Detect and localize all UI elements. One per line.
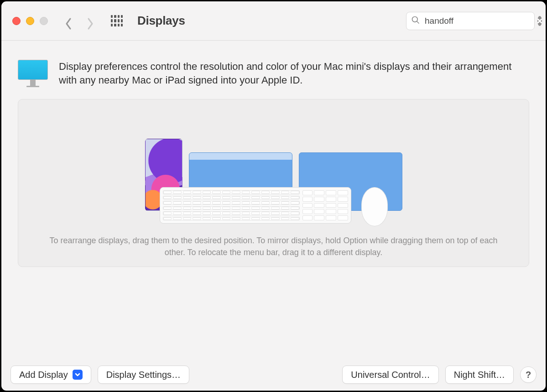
pane-title: Displays (137, 14, 185, 28)
display-arrangement-area: To rearrange displays, drag them to the … (18, 99, 529, 267)
forward-button[interactable] (86, 17, 94, 25)
svg-point-0 (412, 16, 418, 22)
minimize-window-button[interactable] (26, 17, 34, 25)
intro-row: Display preferences control the resoluti… (18, 60, 529, 87)
display-settings-button[interactable]: Display Settings… (98, 366, 189, 384)
bottom-button-row: Add Display Display Settings… Universal … (1, 359, 546, 391)
window-controls (12, 17, 48, 25)
search-input[interactable] (425, 16, 533, 26)
add-display-button[interactable]: Add Display (10, 366, 91, 384)
arrangement-hint-text: To rearrange displays, drag them to the … (18, 235, 529, 258)
intro-text: Display preferences control the resoluti… (59, 60, 515, 87)
search-icon (411, 16, 420, 26)
night-shift-label: Night Shift… (454, 370, 505, 380)
nav-buttons (64, 17, 94, 25)
night-shift-button[interactable]: Night Shift… (445, 366, 514, 384)
help-button[interactable]: ? (520, 366, 537, 383)
search-field[interactable] (406, 12, 535, 30)
display-settings-label: Display Settings… (106, 370, 181, 380)
add-display-label: Add Display (19, 370, 68, 380)
displays-row (145, 139, 402, 211)
universal-control-label: Universal Control… (351, 370, 430, 380)
display-thumbnail-main-1[interactable] (189, 152, 292, 211)
chevron-down-icon (73, 370, 83, 380)
clear-search-button[interactable] (537, 16, 542, 26)
displays-pane-icon (18, 60, 48, 87)
close-window-button[interactable] (12, 17, 21, 25)
show-all-prefs-button[interactable] (111, 15, 123, 27)
system-preferences-window: Displays Display preferences control the… (0, 0, 547, 392)
zoom-window-button[interactable] (40, 17, 48, 25)
toolbar: Displays (1, 1, 546, 41)
svg-line-1 (417, 21, 419, 23)
back-button[interactable] (64, 17, 73, 25)
display-thumbnail-sidecar[interactable] (145, 139, 182, 211)
display-thumbnail-main-2[interactable] (299, 152, 402, 211)
content-area: Display preferences control the resoluti… (1, 41, 546, 359)
universal-control-button[interactable]: Universal Control… (342, 366, 438, 384)
